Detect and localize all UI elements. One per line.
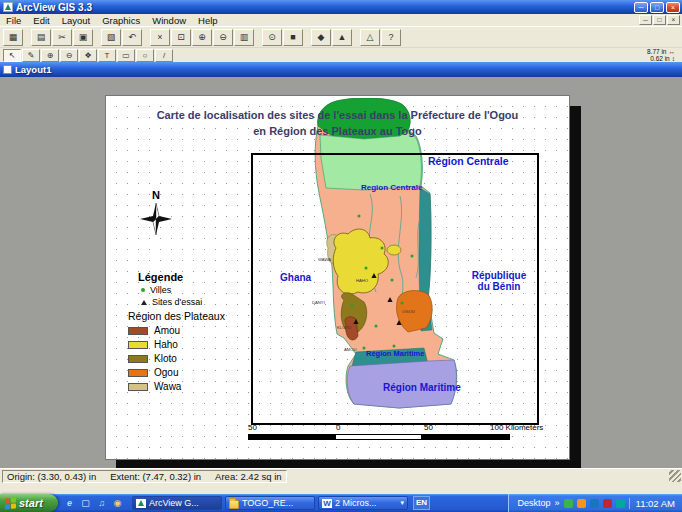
- scale-tick-50-right: 50: [424, 423, 433, 432]
- menu-bar: File Edit Layout Graphics Window Help ─ …: [0, 14, 682, 26]
- vertex-edit-tool[interactable]: ✎: [22, 49, 40, 62]
- status-field: Origin: (3.30, 0.43) in Extent: (7.47, 0…: [2, 470, 287, 483]
- task-folder-label: TOGO_RE...: [242, 498, 293, 508]
- zoom-out-button[interactable]: ⊖: [213, 29, 233, 46]
- layout-window-titlebar[interactable]: Layout1: [0, 62, 682, 77]
- print-button[interactable]: ▤: [31, 29, 51, 46]
- tray-icon-5[interactable]: [616, 499, 625, 508]
- tray-icon-2[interactable]: [577, 499, 586, 508]
- taskbar-clock[interactable]: 11:02 AM: [629, 498, 675, 509]
- desktop-screen: ArcView GIS 3.3 ─ □ × File Edit Layout G…: [0, 0, 682, 512]
- menu-window[interactable]: Window: [146, 15, 192, 26]
- maximize-icon[interactable]: □: [650, 2, 664, 13]
- send-to-back-button[interactable]: ◆: [311, 29, 331, 46]
- ungroup-button[interactable]: △: [360, 29, 380, 46]
- desktop-toolbar-label: Desktop: [518, 498, 551, 508]
- copy-button[interactable]: ▣: [73, 29, 93, 46]
- word-icon: W: [322, 499, 332, 508]
- label-region-maritime[interactable]: Région Maritime: [383, 382, 461, 393]
- pointer-tool[interactable]: ↖: [3, 49, 21, 62]
- legend-label-amou: Amou: [154, 325, 180, 336]
- status-origin: Origin: (3.30, 0.43) in: [7, 471, 96, 482]
- dropdown-arrow-icon: ▾: [400, 499, 404, 507]
- quicklaunch-app-icon[interactable]: ◉: [111, 497, 124, 510]
- task-office-group[interactable]: W 2 Micros... ▾: [318, 496, 408, 510]
- language-indicator[interactable]: EN: [413, 496, 430, 510]
- quicklaunch-show-desktop-icon[interactable]: ▢: [79, 497, 92, 510]
- label-benin-line1: République: [464, 270, 534, 281]
- window-titlebar[interactable]: ArcView GIS 3.3 ─ □ ×: [0, 0, 682, 14]
- draw-tool[interactable]: ○: [136, 49, 154, 62]
- save-button[interactable]: ▦: [3, 29, 23, 46]
- arcview-task-icon: [136, 499, 146, 508]
- legend-swatch-kloto: [128, 355, 148, 363]
- pan-tool[interactable]: ❖: [79, 49, 97, 62]
- legend-title: Légende: [138, 271, 225, 283]
- legend-plateaux-header: Région des Plateaux: [128, 310, 225, 322]
- text-tool[interactable]: T: [98, 49, 116, 62]
- zoom-actual-button[interactable]: ▥: [234, 29, 254, 46]
- menu-edit[interactable]: Edit: [27, 15, 55, 26]
- cut-button[interactable]: ✂: [52, 29, 72, 46]
- group-button[interactable]: ▲: [332, 29, 352, 46]
- legend-swatch-haho: [128, 341, 148, 349]
- menu-graphics[interactable]: Graphics: [96, 15, 146, 26]
- legend[interactable]: Légende Villes Sites d'essai Région des …: [128, 271, 225, 392]
- label-ghana[interactable]: Ghana: [280, 272, 311, 283]
- taskbar: start e ▢ ♫ ◉ ArcView G... TOGO_RE... W …: [0, 494, 682, 512]
- minimize-icon[interactable]: ─: [634, 2, 648, 13]
- menu-help[interactable]: Help: [192, 15, 224, 26]
- zoom-out-tool[interactable]: ⊖: [60, 49, 78, 62]
- paste-button[interactable]: ▧: [101, 29, 121, 46]
- map-title[interactable]: Carte de localisation des sites de l'ess…: [106, 107, 569, 139]
- delete-button[interactable]: ×: [150, 29, 170, 46]
- zoom-in-button[interactable]: ⊕: [192, 29, 212, 46]
- legend-label-ogou: Ogou: [154, 367, 178, 378]
- close-icon[interactable]: ×: [666, 2, 680, 13]
- zoom-selected-button[interactable]: ⊙: [262, 29, 282, 46]
- tray-icon-4[interactable]: [603, 499, 612, 508]
- line-tool[interactable]: /: [155, 49, 173, 62]
- status-area: Area: 2.42 sq in: [215, 471, 282, 482]
- frame-tool[interactable]: ▭: [117, 49, 135, 62]
- label-region-centrale-small[interactable]: Region Centrale: [361, 183, 422, 192]
- resize-grip[interactable]: [669, 470, 681, 482]
- width-arrow-icon: ↔: [669, 48, 676, 55]
- main-toolbar: ▦ ▤ ✂ ▣ ▧ ↶ × ⊡ ⊕ ⊖ ▥ ⊙ ■ ◆ ▲ △ ?: [0, 26, 682, 47]
- help-button[interactable]: ?: [381, 29, 401, 46]
- undo-button[interactable]: ↶: [122, 29, 142, 46]
- menu-file[interactable]: File: [0, 15, 27, 26]
- task-office-label: 2 Micros...: [335, 498, 377, 508]
- status-bar: Origin: (3.30, 0.43) in Extent: (7.47, 0…: [0, 468, 682, 494]
- layout-page[interactable]: Carte de localisation des sites de l'ess…: [105, 95, 570, 460]
- menu-layout[interactable]: Layout: [56, 15, 97, 26]
- task-togo-folder[interactable]: TOGO_RE...: [225, 496, 315, 510]
- child-close-icon[interactable]: ×: [667, 15, 680, 25]
- label-benin[interactable]: République du Bénin: [464, 270, 534, 292]
- child-minimize-icon[interactable]: ─: [639, 15, 652, 25]
- child-restore-icon[interactable]: □: [653, 15, 666, 25]
- map-title-line1: Carte de localisation des sites de l'ess…: [106, 107, 569, 123]
- quicklaunch-media-icon[interactable]: ♫: [95, 497, 108, 510]
- chevron-icon[interactable]: »: [555, 498, 560, 508]
- compass-rose-icon: [138, 201, 174, 237]
- zoom-extent-button[interactable]: ⊡: [171, 29, 191, 46]
- height-arrow-icon: ↕: [672, 55, 675, 62]
- scale-tick-50-left: 50: [248, 423, 257, 432]
- label-region-maritime-small[interactable]: Région Maritime: [366, 349, 424, 358]
- legend-swatch-wawa: [128, 383, 148, 391]
- tray-icon-1[interactable]: [564, 499, 573, 508]
- legend-swatch-amou: [128, 327, 148, 335]
- scale-tick-0: 0: [336, 423, 340, 432]
- north-arrow[interactable]: N: [136, 189, 176, 241]
- label-region-centrale[interactable]: Région Centrale: [428, 155, 509, 167]
- zoom-in-tool[interactable]: ⊕: [41, 49, 59, 62]
- scale-bar[interactable]: 50 0 50 100 Kilometers: [246, 423, 546, 447]
- bring-to-front-button[interactable]: ■: [283, 29, 303, 46]
- legend-label-haho: Haho: [154, 339, 178, 350]
- task-arcview[interactable]: ArcView G...: [132, 496, 222, 510]
- start-button[interactable]: start: [0, 494, 58, 512]
- label-benin-line2: du Bénin: [464, 281, 534, 292]
- tray-icon-3[interactable]: [590, 499, 599, 508]
- quicklaunch-ie-icon[interactable]: e: [63, 497, 76, 510]
